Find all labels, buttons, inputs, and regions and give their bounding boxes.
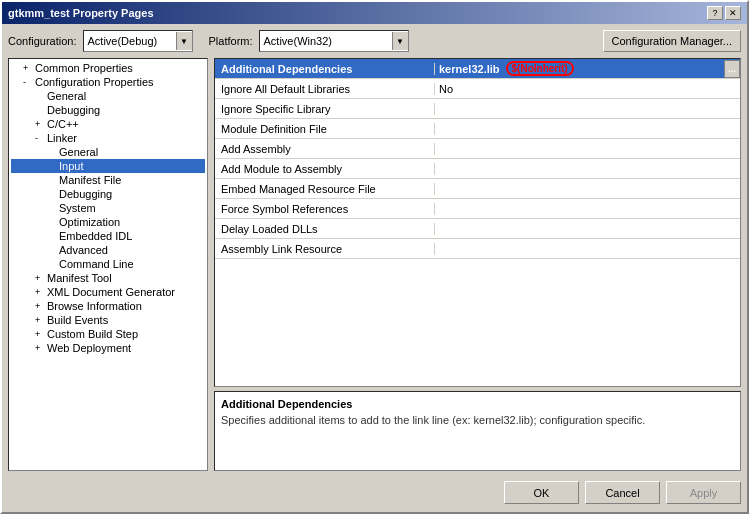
tree-item-embedded-idl[interactable]: Embedded IDL (11, 229, 205, 243)
tree-item-manifest-file[interactable]: Manifest File (11, 173, 205, 187)
help-button[interactable]: ? (707, 6, 723, 20)
tree-item-label: Custom Build Step (47, 328, 138, 340)
prop-row-ignore-all[interactable]: Ignore All Default Libraries No (215, 79, 740, 99)
header-value-text: kernel32.lib (439, 63, 500, 75)
tree-item-linker-input[interactable]: Input (11, 159, 205, 173)
cancel-button[interactable]: Cancel (585, 481, 660, 504)
ok-button[interactable]: OK (504, 481, 579, 504)
tree-item-system[interactable]: System (11, 201, 205, 215)
tree-item-label: Linker (47, 132, 77, 144)
config-label: Configuration: (8, 35, 77, 47)
tree-item-label: Manifest Tool (47, 272, 112, 284)
tree-item-label: General (59, 146, 98, 158)
prop-value: No (435, 83, 740, 95)
noinherit-badge: $(NoInherit) (506, 61, 574, 76)
platform-label: Platform: (209, 35, 253, 47)
tree-item-label: XML Document Generator (47, 286, 175, 298)
prop-header-name: Additional Dependencies (215, 63, 435, 75)
expand-icon: + (35, 329, 45, 339)
collapse-icon: - (23, 77, 33, 87)
expand-icon: + (23, 63, 33, 73)
config-manager-button[interactable]: Configuration Manager... (603, 30, 741, 52)
tree-item-label: Advanced (59, 244, 108, 256)
expand-icon: + (35, 315, 45, 325)
prop-header-value: kernel32.lib $(NoInherit) (435, 61, 724, 76)
tree-item-label: Web Deployment (47, 342, 131, 354)
tree-item-command-line[interactable]: Command Line (11, 257, 205, 271)
tree-item-label: Input (59, 160, 83, 172)
dialog-title: gtkmm_test Property Pages (8, 7, 154, 19)
tree-item-label: Browse Information (47, 300, 142, 312)
prop-edit-button[interactable]: ... (724, 60, 740, 78)
platform-value: Active(Win32) (264, 35, 332, 47)
prop-name: Assembly Link Resource (215, 243, 435, 255)
button-row: OK Cancel Apply (8, 477, 741, 506)
description-text: Specifies additional items to add to the… (221, 414, 734, 426)
main-area: + Common Properties - Configuration Prop… (8, 58, 741, 471)
tree-item-manifest-tool[interactable]: + Manifest Tool (11, 271, 205, 285)
prop-name: Add Assembly (215, 143, 435, 155)
tree-item-label: Debugging (47, 104, 100, 116)
title-bar: gtkmm_test Property Pages ? ✕ (2, 2, 747, 24)
prop-name: Module Definition File (215, 123, 435, 135)
tree-item-debugging[interactable]: Debugging (11, 103, 205, 117)
tree-item-linker[interactable]: - Linker (11, 131, 205, 145)
tree-item-label: System (59, 202, 96, 214)
tree-item-label: Optimization (59, 216, 120, 228)
right-panel: Additional Dependencies kernel32.lib $(N… (214, 58, 741, 471)
tree-item-general[interactable]: General (11, 89, 205, 103)
prop-row-add-module[interactable]: Add Module to Assembly (215, 159, 740, 179)
prop-name: Ignore Specific Library (215, 103, 435, 115)
tree-item-web-deploy[interactable]: + Web Deployment (11, 341, 205, 355)
title-bar-buttons: ? ✕ (707, 6, 741, 20)
tree-item-label: Common Properties (35, 62, 133, 74)
expand-icon: + (35, 273, 45, 283)
properties-table: Additional Dependencies kernel32.lib $(N… (214, 58, 741, 387)
tree-item-label: Command Line (59, 258, 134, 270)
tree-item-label: Embedded IDL (59, 230, 132, 242)
prop-row-ignore-specific[interactable]: Ignore Specific Library (215, 99, 740, 119)
tree-item-xml-doc[interactable]: + XML Document Generator (11, 285, 205, 299)
tree-item-label: General (47, 90, 86, 102)
tree-item-advanced[interactable]: Advanced (11, 243, 205, 257)
expand-icon: + (35, 287, 45, 297)
tree-panel[interactable]: + Common Properties - Configuration Prop… (8, 58, 208, 471)
tree-item-label: Build Events (47, 314, 108, 326)
description-panel: Additional Dependencies Specifies additi… (214, 391, 741, 471)
config-row: Configuration: Active(Debug) ▼ Platform:… (8, 30, 741, 52)
tree-item-label: C/C++ (47, 118, 79, 130)
dialog-content: Configuration: Active(Debug) ▼ Platform:… (2, 24, 747, 512)
prop-name: Delay Loaded DLLs (215, 223, 435, 235)
tree-item-linker-general[interactable]: General (11, 145, 205, 159)
close-button[interactable]: ✕ (725, 6, 741, 20)
prop-name: Force Symbol References (215, 203, 435, 215)
tree-item-label: Manifest File (59, 174, 121, 186)
config-dropdown-arrow: ▼ (176, 32, 192, 50)
collapse-icon: - (35, 133, 45, 143)
tree-item-config-props[interactable]: - Configuration Properties (11, 75, 205, 89)
expand-icon: + (35, 119, 45, 129)
prop-name: Add Module to Assembly (215, 163, 435, 175)
tree-item-browse-info[interactable]: + Browse Information (11, 299, 205, 313)
prop-row-add-assembly[interactable]: Add Assembly (215, 139, 740, 159)
tree-item-build-events[interactable]: + Build Events (11, 313, 205, 327)
tree-item-cpp[interactable]: + C/C++ (11, 117, 205, 131)
expand-icon: + (35, 343, 45, 353)
tree-item-label: Debugging (59, 188, 112, 200)
expand-icon: + (35, 301, 45, 311)
tree-item-common-props[interactable]: + Common Properties (11, 61, 205, 75)
apply-button[interactable]: Apply (666, 481, 741, 504)
tree-item-linker-debug[interactable]: Debugging (11, 187, 205, 201)
prop-row-assembly-link[interactable]: Assembly Link Resource (215, 239, 740, 259)
platform-dropdown[interactable]: Active(Win32) ▼ (259, 30, 409, 52)
config-value: Active(Debug) (88, 35, 158, 47)
prop-name: Embed Managed Resource File (215, 183, 435, 195)
platform-dropdown-arrow: ▼ (392, 32, 408, 50)
prop-row-force-symbol[interactable]: Force Symbol References (215, 199, 740, 219)
prop-row-module-def[interactable]: Module Definition File (215, 119, 740, 139)
prop-row-delay-loaded[interactable]: Delay Loaded DLLs (215, 219, 740, 239)
tree-item-optimization[interactable]: Optimization (11, 215, 205, 229)
config-dropdown[interactable]: Active(Debug) ▼ (83, 30, 193, 52)
tree-item-custom-build[interactable]: + Custom Build Step (11, 327, 205, 341)
prop-row-embed-managed[interactable]: Embed Managed Resource File (215, 179, 740, 199)
